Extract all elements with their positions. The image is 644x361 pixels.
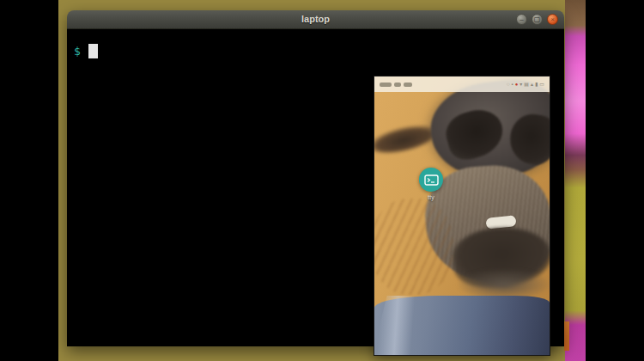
status-right-icons: ◌ ▪ ● ▾ ▤ ▴ ▮ ▭ xyxy=(507,82,544,87)
phone-mirror-window[interactable]: ◌ ▪ ● ▾ ▤ ▴ ▮ ▭ tty xyxy=(374,76,550,356)
status-text-smudge xyxy=(404,83,412,87)
terminal-cursor xyxy=(88,44,98,58)
screen: laptop – ▢ × $ xyxy=(0,0,644,361)
phone-status-bar: ◌ ▪ ● ▾ ▤ ▴ ▮ ▭ xyxy=(374,76,550,92)
denim-fabric xyxy=(374,296,550,355)
status-icon: ▭ xyxy=(539,82,544,87)
status-left-indicators xyxy=(380,83,412,87)
status-alert-icon: ● xyxy=(515,82,519,87)
status-text-smudge xyxy=(394,83,401,87)
status-icon: ◌ xyxy=(507,82,510,87)
wallpaper-orange-stem xyxy=(564,321,569,351)
minimize-button[interactable]: – xyxy=(516,14,527,25)
status-text-smudge xyxy=(380,83,392,87)
maximize-button[interactable]: ▢ xyxy=(532,14,543,25)
terminal-titlebar[interactable]: laptop – ▢ × xyxy=(67,10,564,29)
close-button[interactable]: × xyxy=(547,14,558,25)
window-title: laptop xyxy=(67,10,564,28)
status-icon: ▾ xyxy=(519,82,522,87)
window-controls: – ▢ × xyxy=(516,14,558,25)
shell-prompt: $ xyxy=(74,45,81,58)
terminal-window-glyph xyxy=(424,174,439,186)
terminal-app-icon[interactable] xyxy=(419,168,443,192)
terminal-prompt-row: $ xyxy=(74,44,98,58)
status-icon: ▴ xyxy=(531,82,533,87)
battery-icon: ▮ xyxy=(535,82,538,87)
app-icon-label: tty xyxy=(409,194,453,200)
dog-fur-texture xyxy=(374,199,453,295)
status-icon: ▪ xyxy=(512,82,513,87)
denim-fold-highlight xyxy=(374,296,425,355)
wallpaper-flower-strip xyxy=(565,0,586,361)
status-icon: ▤ xyxy=(524,82,529,87)
